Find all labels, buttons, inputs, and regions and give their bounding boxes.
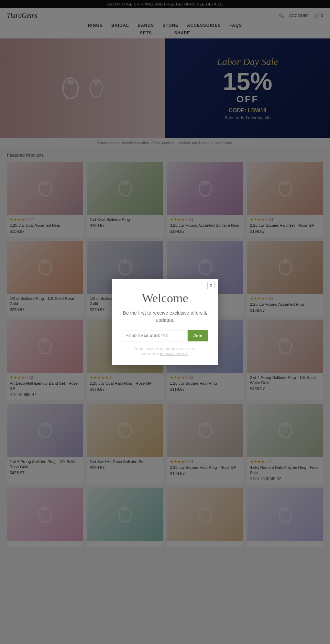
join-button[interactable]: Join [188,330,208,341]
modal-subtitle: Be the first to receive exclusive offers… [122,309,208,324]
email-input[interactable] [122,330,188,341]
welcome-modal: X Welcome Be the first to receive exclus… [112,279,218,365]
modal-close-button[interactable]: X [207,282,215,289]
modal-overlay[interactable]: X Welcome Be the first to receive exclus… [0,0,330,552]
modal-privacy: YOUR PRIVACY IS IMPORTANT TO US. VIEW OU… [122,347,208,357]
modal-title: Welcome [122,291,208,305]
modal-form: Join [122,330,208,341]
privacy-policy-link[interactable]: PRIVACY POLICY [160,352,188,356]
